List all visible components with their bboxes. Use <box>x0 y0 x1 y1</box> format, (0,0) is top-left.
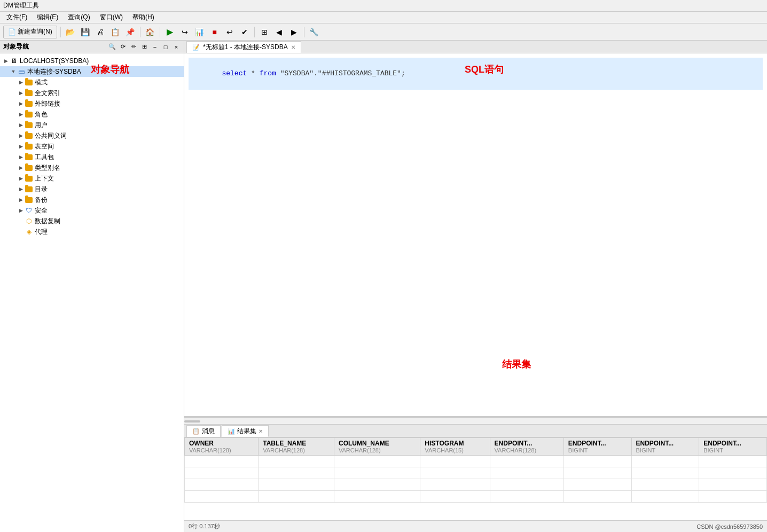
run-button[interactable]: ▶ <box>163 26 176 38</box>
tree-root-localhost[interactable]: 🖥 LOCALHOST(SYSDBA) <box>0 56 184 66</box>
results-tab-label: 结果集 <box>237 427 256 436</box>
tab-close-button[interactable]: ✕ <box>291 44 295 50</box>
results-tab[interactable]: 📊 结果集 ✕ <box>222 425 269 437</box>
results-tab-close[interactable]: ✕ <box>259 428 263 434</box>
grid-button[interactable]: ⊞ <box>258 26 271 38</box>
arrow-security <box>17 207 25 214</box>
arrow-user <box>17 121 25 129</box>
tree-item-security[interactable]: 🛡 安全 <box>0 205 184 216</box>
menu-window[interactable]: 窗口(W) <box>96 12 127 23</box>
folder-tablespace <box>25 142 33 151</box>
tree-item-toolkit[interactable]: 工具包 <box>0 152 184 162</box>
tree-item-directory[interactable]: 目录 <box>0 184 184 194</box>
prev-button[interactable]: ◀ <box>273 26 286 38</box>
commit-button[interactable]: ✔ <box>238 26 251 38</box>
sql-editor[interactable]: select * from "SYSDBA"."##HISTOGRAMS_TAB… <box>184 53 767 418</box>
arrow-toolkit <box>17 153 25 161</box>
sql-content-line[interactable]: select * from "SYSDBA"."##HISTOGRAMS_TAB… <box>189 58 763 90</box>
tree-item-role[interactable]: 角色 <box>0 109 184 120</box>
col-header-endpoint3: ENDPOINT... BIGINT <box>631 438 699 456</box>
label-toolkit: 工具包 <box>35 153 54 162</box>
home-button[interactable]: 🏠 <box>144 26 156 38</box>
commit-icon: ✔ <box>241 28 248 36</box>
tab-icon: 📝 <box>192 44 200 51</box>
results-grid[interactable]: OWNER VARCHAR(128) TABLE_NAME VARCHAR(12… <box>184 437 767 520</box>
left-panel: 对象导航 🔍 ⟳ ✏ ⊞ − □ × 🖥 LOCALHOST(SYSDBA) � <box>0 41 184 532</box>
print-button[interactable]: 🖨 <box>94 26 107 38</box>
status-text: 0行 0.137秒 <box>189 522 220 530</box>
folder-typealias <box>25 163 33 172</box>
horizontal-scrollbar[interactable] <box>184 418 767 424</box>
table-row-empty-2 <box>185 467 767 479</box>
tree-item-tablespace[interactable]: 表空间 <box>0 141 184 152</box>
folder-backup <box>25 195 33 204</box>
tree-view[interactable]: 🖥 LOCALHOST(SYSDBA) 🗃 本地连接-SYSDBA 模式 全文索… <box>0 53 184 532</box>
right-panel: 📝 *无标题1 - 本地连接-SYSDBA ✕ select * from "S… <box>184 41 767 532</box>
folder-fulltext <box>25 89 33 97</box>
bottom-tab-bar: 📋 消息 📊 结果集 ✕ <box>184 425 767 437</box>
tree-item-fulltext[interactable]: 全文索引 <box>0 88 184 98</box>
menu-query[interactable]: 查询(Q) <box>64 12 94 23</box>
tree-item-user[interactable]: 用户 <box>0 120 184 130</box>
format-button[interactable]: 🔧 <box>308 26 320 38</box>
sql-keyword-select: select <box>222 69 247 77</box>
new-query-button[interactable]: 📄 新建查询(N) <box>3 26 57 38</box>
label-typealias: 类型别名 <box>35 163 60 173</box>
tree-item-schema[interactable]: 模式 <box>0 77 184 88</box>
tree-item-agent[interactable]: ◈ 代理 <box>0 226 184 237</box>
tree-item-replication[interactable]: ⬡ 数据复制 <box>0 216 184 226</box>
grid-table: OWNER VARCHAR(128) TABLE_NAME VARCHAR(12… <box>184 437 767 503</box>
arrow-directory <box>17 185 25 193</box>
nav-max-icon[interactable]: □ <box>161 43 170 51</box>
new-query-label: 新建查询(N) <box>18 27 52 36</box>
next-icon: ▶ <box>291 28 297 36</box>
run-current-button[interactable]: ↪ <box>178 26 191 38</box>
sql-tab[interactable]: 📝 *无标题1 - 本地连接-SYSDBA ✕ <box>186 41 301 53</box>
rollback-button[interactable]: ↩ <box>223 26 236 38</box>
table-row-empty-1 <box>185 456 767 467</box>
arrow-schema <box>17 79 25 86</box>
menu-help[interactable]: 帮助(H) <box>128 12 159 23</box>
tree-local-conn[interactable]: 🗃 本地连接-SYSDBA <box>0 66 184 77</box>
copy-button[interactable]: 📋 <box>109 26 122 38</box>
title-bar: DM管理工具 <box>0 0 767 12</box>
tree-item-backup[interactable]: 备份 <box>0 194 184 205</box>
bottom-panel: 📋 消息 📊 结果集 ✕ OWNER VARCHAR(128) <box>184 424 767 520</box>
nav-close-icon[interactable]: × <box>172 43 181 51</box>
nav-minus-icon[interactable]: − <box>151 43 159 51</box>
tree-item-typealias[interactable]: 类型别名 <box>0 162 184 173</box>
conn-icon: 🗃 <box>17 67 26 76</box>
paste-button[interactable]: 📌 <box>124 26 137 38</box>
tree-item-context[interactable]: 上下文 <box>0 173 184 184</box>
nav-search-icon[interactable]: 🔍 <box>108 43 116 51</box>
tree-item-synonym[interactable]: 公共同义词 <box>0 130 184 141</box>
menu-edit[interactable]: 编辑(E) <box>33 12 62 23</box>
messages-tab[interactable]: 📋 消息 <box>186 425 221 437</box>
label-user: 用户 <box>35 121 48 130</box>
nav-edit-icon[interactable]: ✏ <box>129 43 138 51</box>
label-fulltext: 全文索引 <box>35 89 60 98</box>
stop-button[interactable]: ■ <box>208 26 221 38</box>
arrow-tablespace <box>17 143 25 150</box>
sql-text-star: * <box>247 69 259 77</box>
menu-file[interactable]: 文件(F) <box>2 12 32 23</box>
label-tablespace: 表空间 <box>35 142 54 151</box>
save-button[interactable]: 💾 <box>79 26 92 38</box>
folder-toolkit <box>25 153 33 161</box>
folder-context <box>25 174 33 183</box>
col-header-endpoint1: ENDPOINT... VARCHAR(128) <box>490 438 563 456</box>
nav-expand-icon[interactable]: ⊞ <box>140 43 148 51</box>
open-icon: 📂 <box>66 28 75 36</box>
arrow-fulltext <box>17 89 25 97</box>
nav-refresh-icon[interactable]: ⟳ <box>119 43 127 51</box>
run-explain-button[interactable]: 📊 <box>193 26 206 38</box>
folder-extlink <box>25 99 33 108</box>
folder-user <box>25 121 33 129</box>
status-bar: 0行 0.137秒 CSDN @csdn565973850 <box>184 520 767 532</box>
table-row-empty-4 <box>185 491 767 503</box>
next-button[interactable]: ▶ <box>288 26 301 38</box>
tree-item-extlink[interactable]: 外部链接 <box>0 98 184 109</box>
arrow-extlink <box>17 100 25 107</box>
print-icon: 🖨 <box>97 28 104 36</box>
open-button[interactable]: 📂 <box>64 26 77 38</box>
